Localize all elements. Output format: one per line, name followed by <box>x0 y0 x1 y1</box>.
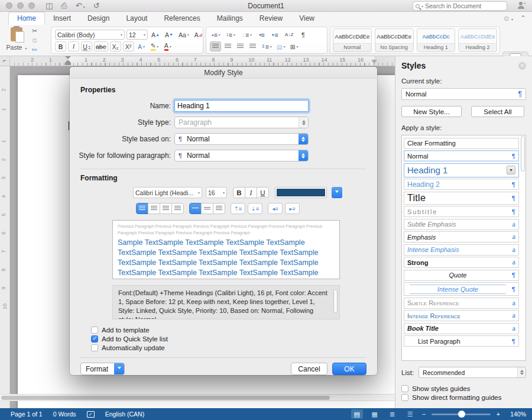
feedback-smiley-icon[interactable]: ☺▾ <box>503 14 513 22</box>
format-underline-button[interactable]: U <box>257 187 269 198</box>
web-layout-view-icon[interactable]: ▦ <box>369 409 381 419</box>
style-list-scrollbar-thumb[interactable] <box>521 136 525 172</box>
style-item-intense-quote[interactable]: Intense Quote¶ <box>404 282 519 296</box>
tab-review[interactable]: Review <box>251 12 291 25</box>
zoom-slider-knob[interactable] <box>458 411 465 418</box>
following-paragraph-select[interactable]: ¶ Normal <box>174 150 309 161</box>
style-item-normal[interactable]: Normal¶ <box>404 150 519 161</box>
double-spacing-button[interactable] <box>213 203 225 214</box>
page-count[interactable]: Page 1 of 1 <box>11 411 43 418</box>
decrease-indent-button[interactable]: ◂≡ <box>256 30 267 40</box>
window-minimize-button[interactable] <box>17 2 24 9</box>
indent-marker-left[interactable] <box>65 56 71 66</box>
format-align-center-button[interactable] <box>148 203 160 214</box>
tab-view[interactable]: View <box>291 12 323 25</box>
space-after-button[interactable]: ⇣≡ <box>248 203 262 214</box>
font-color-dropdown[interactable] <box>332 187 342 198</box>
automatically-update-row[interactable]: Automatically update <box>91 344 377 351</box>
format-italic-button[interactable]: I <box>245 187 257 198</box>
show-paragraph-marks-button[interactable]: ¶ <box>297 30 309 40</box>
justify-button[interactable] <box>247 41 258 51</box>
style-based-on-select[interactable]: ¶ Normal <box>174 133 309 145</box>
list-filter-select[interactable]: Recommended <box>419 367 526 378</box>
decrease-indent-button[interactable]: ◂≡ <box>268 203 283 214</box>
zoom-level[interactable]: 140% <box>506 411 526 418</box>
style-item-book-title[interactable]: Book Titlea <box>404 323 519 334</box>
gallery-style-heading-1[interactable]: AaBbCcDcHeading 1 <box>417 28 456 52</box>
format-justify-button[interactable] <box>171 203 184 214</box>
subscript-button[interactable]: X₂ <box>110 41 121 51</box>
style-item-h1[interactable]: Heading 1▼ <box>404 163 519 177</box>
multilevel-list-button[interactable]: ⋮≡▾ <box>239 30 254 40</box>
gallery-style-heading-2[interactable]: AaBbCcDdEeHeading 2 <box>458 28 497 52</box>
ok-button[interactable]: OK <box>332 363 366 375</box>
bullet-list-button[interactable]: •≡▾ <box>210 30 222 40</box>
format-font-select[interactable]: Calibri Light (Headi...▾ <box>133 187 202 198</box>
sidebar-toggle-icon[interactable]: ◫ <box>46 1 53 10</box>
add-to-template-row[interactable]: Add to template <box>91 327 377 334</box>
redo-icon[interactable]: ↺ <box>93 1 100 10</box>
new-style-button[interactable]: New Style... <box>401 106 462 117</box>
style-item-quote[interactable]: Quote¶ <box>404 270 519 281</box>
tab-layout[interactable]: Layout <box>118 12 155 25</box>
style-item-clear[interactable]: Clear Formatting <box>404 138 519 149</box>
style-item-emphasis[interactable]: Emphasisa <box>404 231 519 243</box>
italic-button[interactable]: I <box>68 41 79 51</box>
undo-caret-icon[interactable]: ▾ <box>83 5 85 9</box>
style-item-strong[interactable]: Stronga <box>404 257 519 268</box>
cancel-button[interactable]: Cancel <box>291 363 327 375</box>
show-styles-guides-row[interactable]: Show styles guides <box>401 385 526 392</box>
zoom-out-icon[interactable]: − <box>422 411 426 418</box>
show-direct-formatting-checkbox[interactable] <box>401 394 408 401</box>
align-left-button[interactable] <box>210 41 221 51</box>
sort-button[interactable]: A↓Z <box>283 30 295 40</box>
zoom-in-icon[interactable]: + <box>497 411 500 418</box>
outline-view-icon[interactable]: ≣ <box>387 409 398 419</box>
align-right-button[interactable] <box>235 41 246 51</box>
borders-button[interactable]: ⊞▾ <box>288 41 300 51</box>
select-all-button[interactable]: Select All <box>471 106 524 117</box>
window-zoom-button[interactable] <box>28 2 35 9</box>
undo-icon[interactable]: ↶▾ <box>76 1 85 10</box>
style-item-list-paragraph[interactable]: List Paragraph¶ <box>404 335 519 347</box>
gallery-style-no-spacing[interactable]: AaBbCcDdEeNo Spacing <box>375 28 414 52</box>
format-size-select[interactable]: 16▾ <box>206 187 227 198</box>
format-align-left-button[interactable] <box>136 203 148 214</box>
strikethrough-button[interactable]: abe <box>94 41 108 51</box>
ribbon-collapse-icon[interactable]: ⌃ <box>520 14 526 22</box>
style-item-h2[interactable]: Heading 2¶ <box>404 179 519 190</box>
search-scope-caret-icon[interactable]: ▾ <box>421 4 423 8</box>
style-options-dropdown-icon[interactable]: ▼ <box>507 166 515 175</box>
draft-view-icon[interactable]: ☰ <box>404 409 416 419</box>
show-direct-formatting-row[interactable]: Show direct formatting guides <box>401 394 526 401</box>
format-bold-button[interactable]: B <box>233 187 245 198</box>
add-to-quick-style-row[interactable]: Add to Quick Style list <box>91 335 377 343</box>
spellcheck-icon[interactable]: ✓ <box>87 411 95 418</box>
space-before-button[interactable]: ⇡≡ <box>231 203 245 214</box>
print-layout-view-icon[interactable]: ▤ <box>351 409 363 419</box>
add-to-quick-style-checkbox[interactable] <box>91 335 98 343</box>
style-item-title[interactable]: Title¶ <box>404 192 519 205</box>
tab-home[interactable]: Home <box>8 12 45 25</box>
horizontal-scrollbar-thumb[interactable] <box>1 396 330 400</box>
gallery-style-normal[interactable]: AaBbCcDdEeNormal <box>333 28 372 52</box>
increase-indent-button[interactable]: ▸≡ <box>285 203 300 214</box>
underline-button[interactable]: U▾ <box>81 41 92 51</box>
style-item-subtle-reference[interactable]: Subtle Referencea <box>404 298 519 309</box>
add-to-template-checkbox[interactable] <box>91 327 98 334</box>
bold-button[interactable]: B <box>55 41 66 51</box>
show-styles-guides-checkbox[interactable] <box>401 385 408 392</box>
word-count[interactable]: 0 Words <box>53 411 76 418</box>
zoom-slider[interactable] <box>432 413 491 415</box>
one-half-spacing-button[interactable] <box>201 203 213 214</box>
highlight-color-button[interactable]: ✎▾ <box>149 41 161 51</box>
stepper-icon[interactable] <box>299 150 308 161</box>
tab-design[interactable]: Design <box>79 12 118 25</box>
tab-mailings[interactable]: Mailings <box>209 12 251 25</box>
text-effects-button[interactable]: A▾ <box>136 41 147 51</box>
description-scrollbar-thumb[interactable] <box>333 289 338 313</box>
numbered-list-button[interactable]: 1≡▾ <box>225 30 237 40</box>
tab-insert[interactable]: Insert <box>45 12 79 25</box>
format-painter-icon[interactable]: ✏ <box>32 46 37 54</box>
shading-button[interactable]: ▤▾ <box>275 41 287 51</box>
